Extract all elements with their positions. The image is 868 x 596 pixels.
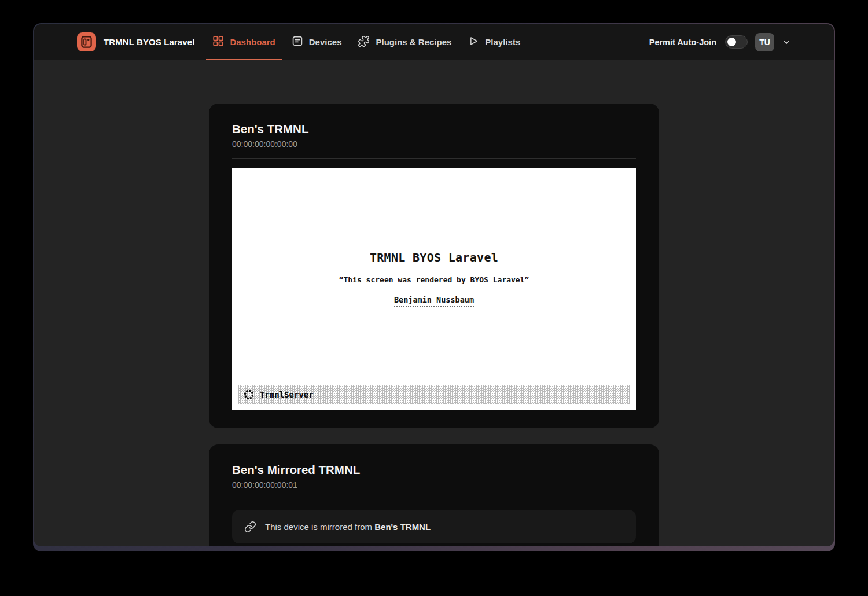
nav-tab-playlists[interactable]: Playlists [461, 24, 527, 60]
screen-quote: “This screen was rendered by BYOS Larave… [232, 275, 636, 284]
nav-tab-label: Dashboard [230, 37, 275, 47]
nav-tab-devices[interactable]: Devices [285, 24, 348, 60]
divider [232, 158, 636, 159]
screen-title: TRMNL BYOS Laravel [232, 251, 636, 264]
nav-tab-dashboard[interactable]: Dashboard [206, 24, 281, 60]
devices-icon [292, 35, 303, 49]
device-name: Ben's Mirrored TRMNL [232, 463, 636, 477]
mirror-source-device: Ben's TRMNL [374, 522, 431, 532]
app-window: TRMNL BYOS Laravel Dashboard [34, 24, 834, 546]
brand: TRMNL BYOS Laravel [77, 32, 194, 51]
play-icon [468, 35, 479, 49]
trmnl-logo-icon [77, 32, 96, 51]
permit-auto-join-toggle[interactable] [725, 35, 748, 49]
puzzle-icon [358, 35, 370, 49]
screen-status-bar: TrmnlServer [238, 385, 630, 404]
top-navbar: TRMNL BYOS Laravel Dashboard [34, 24, 834, 60]
main-nav: Dashboard Devices [206, 24, 527, 60]
nav-tab-label: Playlists [485, 37, 520, 47]
device-mac-address: 00:00:00:00:00:01 [232, 480, 636, 490]
app-window-frame: TRMNL BYOS Laravel Dashboard [33, 23, 835, 551]
spinner-icon [243, 389, 255, 400]
chevron-down-icon[interactable] [782, 38, 791, 47]
screen-author: Benjamin Nussbaum [232, 295, 636, 304]
divider [232, 499, 636, 499]
device-name: Ben's TRMNL [232, 122, 636, 136]
mirror-notice-text: This device is mirrored from Ben's TRMNL [265, 522, 431, 532]
brand-name: TRMNL BYOS Laravel [104, 37, 194, 47]
nav-tab-label: Devices [309, 37, 342, 47]
device-card: Ben's TRMNL 00:00:00:00:00:00 TRMNL BYOS… [209, 104, 659, 428]
nav-tab-plugins-recipes[interactable]: Plugins & Recipes [351, 24, 458, 60]
user-avatar[interactable]: TU [755, 33, 774, 51]
device-card: Ben's Mirrored TRMNL 00:00:00:00:00:01 T… [209, 444, 659, 546]
device-screen-preview: TRMNL BYOS Laravel “This screen was rend… [232, 168, 636, 410]
device-mac-address: 00:00:00:00:00:00 [232, 139, 636, 149]
grid-icon [212, 35, 224, 49]
link-icon [244, 521, 256, 533]
nav-tab-label: Plugins & Recipes [376, 37, 451, 47]
navbar-right: Permit Auto-Join TU [649, 33, 791, 51]
dashboard-content: Ben's TRMNL 00:00:00:00:00:00 TRMNL BYOS… [34, 60, 834, 546]
mirror-notice: This device is mirrored from Ben's TRMNL [232, 510, 636, 543]
permit-auto-join-label: Permit Auto-Join [649, 38, 716, 47]
screen-status-bar-label: TrmnlServer [260, 390, 314, 399]
toggle-knob [727, 38, 736, 46]
